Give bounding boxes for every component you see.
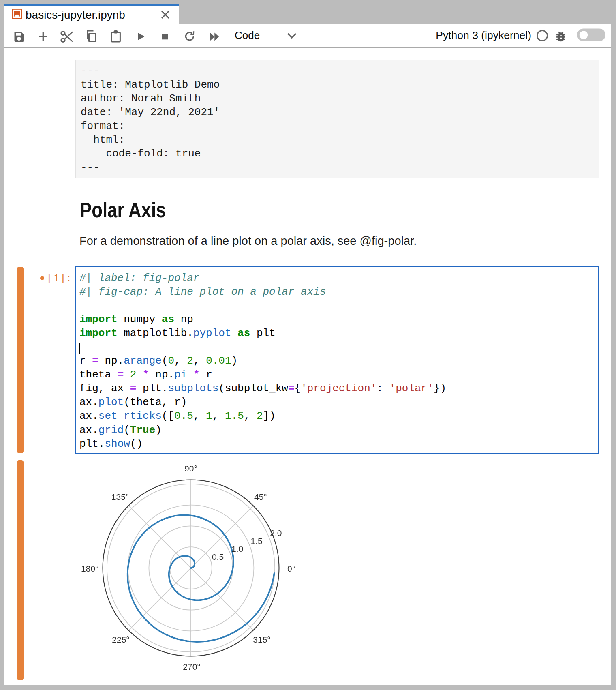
svg-text:315°: 315° — [253, 635, 270, 644]
svg-text:1.0: 1.0 — [231, 544, 243, 553]
svg-text:45°: 45° — [254, 492, 267, 501]
svg-text:225°: 225° — [112, 635, 129, 644]
svg-text:0°: 0° — [287, 564, 295, 573]
svg-text:90°: 90° — [184, 464, 197, 473]
svg-text:0.5: 0.5 — [212, 552, 224, 561]
svg-text:2.0: 2.0 — [270, 528, 282, 538]
svg-text:180°: 180° — [81, 564, 98, 573]
svg-text:270°: 270° — [183, 662, 200, 671]
svg-text:1.5: 1.5 — [251, 536, 263, 546]
svg-text:135°: 135° — [111, 492, 129, 501]
